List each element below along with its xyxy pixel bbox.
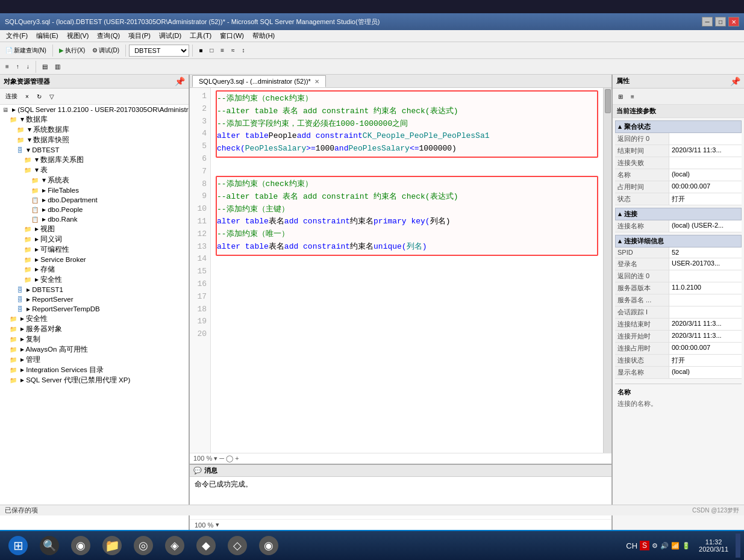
prop-section-state-header[interactable]: ▴ 聚合状态 bbox=[615, 120, 742, 133]
tree-item[interactable]: 📋▸ dbo.Rank bbox=[0, 214, 189, 224]
tb-btn-4[interactable]: ≈ bbox=[228, 44, 238, 57]
maximize-button[interactable]: □ bbox=[715, 17, 726, 26]
start-button[interactable]: ⊞ bbox=[4, 534, 33, 558]
menu-project[interactable]: 项目(P) bbox=[125, 30, 154, 42]
tree-item[interactable]: 📁▸ 安全性 bbox=[0, 314, 189, 324]
tab-close-button[interactable]: ✕ bbox=[314, 78, 319, 85]
prop-pin-icon[interactable]: 📌 bbox=[730, 76, 740, 86]
prop-section-detail-header[interactable]: ▴ 连接详细信息 bbox=[615, 235, 742, 247]
oe-pin-icon[interactable]: 📌 bbox=[175, 76, 185, 86]
tb2-btn-2[interactable]: ↑ bbox=[13, 60, 22, 73]
tree-item[interactable]: 📁▾ 数据库关系图 bbox=[0, 155, 189, 165]
show-desktop-button[interactable] bbox=[736, 534, 740, 558]
oe-connect-button[interactable]: 连接 bbox=[2, 90, 20, 103]
code-line-8: --添加约束（主键） bbox=[217, 204, 597, 216]
code-area[interactable]: --添加约束（check约束） --alter table 表名 add con… bbox=[211, 88, 603, 453]
tb2-btn-3[interactable]: ↓ bbox=[23, 60, 33, 73]
tb-btn-5[interactable]: ↕ bbox=[239, 44, 248, 57]
tree-item[interactable]: 📁▸ 安全性 bbox=[0, 275, 189, 285]
tree-item[interactable]: 📁▾ 系统表 bbox=[0, 175, 189, 185]
tree-icon: 📁 bbox=[17, 126, 24, 133]
menu-query[interactable]: 查询(Q) bbox=[93, 30, 123, 42]
editor-scrollbar[interactable] bbox=[603, 88, 611, 453]
line-number: 2 bbox=[193, 103, 207, 116]
taskbar-time: 11:32 bbox=[705, 538, 722, 546]
tree-item[interactable]: 📁▸ 可编程性 bbox=[0, 244, 189, 255]
tb2-btn-1[interactable]: ≡ bbox=[2, 60, 12, 73]
tb-btn-2[interactable]: □ bbox=[207, 44, 216, 57]
prop-list-btn[interactable]: ≡ bbox=[628, 90, 637, 103]
tree-icon: 📁 bbox=[24, 157, 31, 163]
tree-item[interactable]: 📁▾ 数据库快照 bbox=[0, 135, 189, 145]
tb-btn-3[interactable]: ≡ bbox=[217, 44, 227, 57]
tree-icon: 📁 bbox=[24, 236, 31, 243]
close-button[interactable]: ✕ bbox=[728, 17, 739, 26]
main-toolbar: 📄 新建查询(N) ▶ 执行(X) ⚙ 调试(D) DBTEST ■ □ ≡ ≈… bbox=[0, 42, 744, 59]
tree-item[interactable]: 📁▾ 系统数据库 bbox=[0, 125, 189, 135]
tb2-btn-5[interactable]: ▥ bbox=[52, 60, 63, 73]
oe-disconnect-button[interactable]: × bbox=[22, 90, 32, 103]
oe-filter-button[interactable]: ▽ bbox=[46, 90, 57, 103]
taskbar-app-8[interactable]: ◉ bbox=[254, 534, 283, 558]
tree-icon: 🗄 bbox=[17, 147, 23, 154]
taskbar-right: CH S ⚙ 🔊 📶 🔋 11:32 2020/3/11 bbox=[626, 534, 740, 558]
database-selector[interactable]: DBTEST bbox=[129, 45, 189, 57]
taskbar-app-2[interactable]: ◉ bbox=[66, 534, 95, 558]
taskbar-fileexplorer[interactable]: 📁 bbox=[98, 534, 127, 558]
tree-item[interactable]: 📁▾ 数据库 bbox=[0, 114, 189, 125]
menu-view[interactable]: 视图(V) bbox=[63, 30, 93, 42]
code-line-7: --alter table 表名 add constraint 约束名 chec… bbox=[217, 191, 597, 204]
execute-button[interactable]: ▶ 执行(X) bbox=[56, 44, 88, 57]
properties-header: 属性 📌 bbox=[613, 75, 744, 89]
tree-icon: 🗄 bbox=[17, 287, 23, 293]
tree-item[interactable]: 📁▸ 复制 bbox=[0, 334, 189, 344]
tree-icon: 📁 bbox=[24, 167, 31, 173]
tree-item[interactable]: 📁▸ 服务器对象 bbox=[0, 324, 189, 334]
menu-file[interactable]: 文件(F) bbox=[2, 30, 31, 42]
new-query-button[interactable]: 📄 新建查询(N) bbox=[2, 44, 49, 57]
taskbar-app-5[interactable]: ◈ bbox=[160, 534, 189, 558]
tree-item[interactable]: 📁▸ 同义词 bbox=[0, 234, 189, 244]
tree-item[interactable]: 🗄▸ ReportServerTempDB bbox=[0, 304, 189, 314]
tree-item[interactable]: 📁▸ SQL Server 代理(已禁用代理 XP) bbox=[0, 375, 189, 385]
tree-item[interactable]: 🗄▸ DBTEST1 bbox=[0, 285, 189, 294]
line-number: 15 bbox=[193, 266, 207, 278]
prop-row-fail: 连接失败 bbox=[615, 157, 742, 169]
tb-btn-1[interactable]: ■ bbox=[196, 44, 205, 57]
oe-refresh-button[interactable]: ↻ bbox=[34, 90, 45, 103]
message-panel: 💬 消息 命令已成功完成。 100 % ▾ bbox=[190, 464, 611, 530]
debug-button[interactable]: ⚙ 调试(D) bbox=[89, 44, 122, 57]
tb2-btn-4[interactable]: ▤ bbox=[39, 60, 51, 73]
tree-item[interactable]: 🖥▸ (SQL Server 11.0.2100 - USER-20170305… bbox=[0, 105, 189, 114]
prop-sort-btn[interactable]: ⊞ bbox=[615, 90, 626, 103]
tree-item[interactable]: 📋▸ dbo.People bbox=[0, 205, 189, 214]
tb2-sep bbox=[36, 61, 36, 73]
menu-tools[interactable]: 工具(T) bbox=[186, 30, 215, 42]
tree-item[interactable]: 📁▸ 存储 bbox=[0, 264, 189, 275]
tree-item[interactable]: 🗄▸ ReportServer bbox=[0, 294, 189, 304]
secondary-toolbar: ≡ ↑ ↓ ▤ ▥ bbox=[0, 59, 744, 75]
tree-item[interactable]: 📋▸ dbo.Department bbox=[0, 195, 189, 205]
taskbar-chrome[interactable]: ◎ bbox=[129, 534, 158, 558]
menu-debug[interactable]: 调试(D) bbox=[155, 30, 185, 42]
taskbar-app-6[interactable]: ◆ bbox=[192, 534, 220, 558]
tree-item[interactable]: 📁▾ 表 bbox=[0, 165, 189, 175]
line-number: 16 bbox=[193, 278, 207, 291]
prop-section-conn-header[interactable]: ▴ 连接 bbox=[615, 208, 742, 220]
taskbar-app-7[interactable]: ◇ bbox=[223, 534, 252, 558]
tree-item[interactable]: 📁▸ 管理 bbox=[0, 355, 189, 365]
tree-item[interactable]: 📁▸ 视图 bbox=[0, 224, 189, 234]
query-tab-1[interactable]: SQLQuery3.sql - (...dministrator (52))* … bbox=[192, 75, 326, 87]
menu-help[interactable]: 帮助(H) bbox=[249, 30, 278, 42]
tree-item[interactable]: 📁▸ Integration Services 目录 bbox=[0, 365, 189, 375]
tree-item[interactable]: 📁▸ FileTables bbox=[0, 185, 189, 195]
scrollbar-thumb[interactable] bbox=[605, 89, 611, 113]
menu-window[interactable]: 窗口(W) bbox=[216, 30, 248, 42]
tree-item[interactable]: 📁▸ AlwaysOn 高可用性 bbox=[0, 344, 189, 355]
search-button[interactable]: 🔍 bbox=[35, 534, 64, 558]
prop-row-end: 结束时间 2020/3/11 11:3... bbox=[615, 145, 742, 157]
menu-edit[interactable]: 编辑(E) bbox=[33, 30, 62, 42]
minimize-button[interactable]: ─ bbox=[702, 17, 713, 26]
tree-item[interactable]: 🗄▾ DBTEST bbox=[0, 145, 189, 155]
tree-item[interactable]: 📁▸ Service Broker bbox=[0, 255, 189, 264]
